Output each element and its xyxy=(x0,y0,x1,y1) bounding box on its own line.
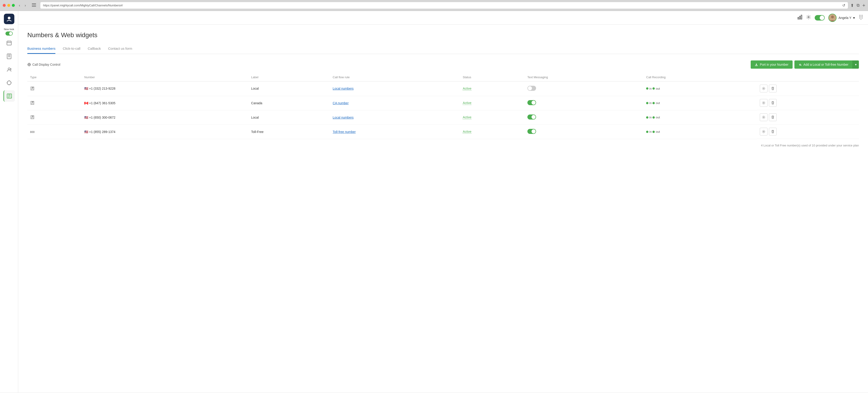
call-flow-link[interactable]: CA number xyxy=(333,101,348,105)
svg-rect-41 xyxy=(33,102,33,102)
svg-point-24 xyxy=(859,18,860,18)
user-info[interactable]: Angela Y ▾ xyxy=(828,14,855,22)
flag-icon: 🇺🇸 xyxy=(84,87,88,90)
building-icon xyxy=(30,101,35,105)
user-avatar xyxy=(828,14,837,22)
port-in-button[interactable]: Port in your Number xyxy=(751,60,793,69)
svg-point-26 xyxy=(862,18,863,18)
reload-button[interactable]: ↺ xyxy=(842,3,845,7)
out-label: out xyxy=(656,87,660,90)
status-badge: Active xyxy=(463,130,471,134)
table-row: 🇺🇸 +1 (650) 300-0672LocalLocal numbersAc… xyxy=(27,110,859,124)
delete-row-button[interactable] xyxy=(769,128,777,136)
cell-type: 800 xyxy=(27,124,82,139)
delete-row-button[interactable] xyxy=(769,113,777,121)
tab-business-numbers[interactable]: Business numbers xyxy=(27,44,55,54)
sidebar-item-widgets[interactable] xyxy=(3,77,15,88)
sidebar-toggle-button[interactable] xyxy=(30,2,38,8)
cell-call-recording: in out xyxy=(643,110,757,124)
new-look-toggle[interactable] xyxy=(5,31,13,35)
browser-chrome: ‹ › https://panel.mightycall.com/MightyC… xyxy=(0,0,868,11)
col-call-flow: Call flow rule xyxy=(330,73,460,81)
new-tab-button[interactable]: + xyxy=(862,2,865,8)
cell-label: Local xyxy=(248,110,330,124)
svg-point-16 xyxy=(808,17,809,18)
svg-point-3 xyxy=(8,17,10,19)
forward-button[interactable]: › xyxy=(23,2,28,8)
svg-point-17 xyxy=(831,16,834,18)
text-messaging-toggle[interactable] xyxy=(527,100,536,105)
close-button[interactable] xyxy=(3,4,6,7)
recording-out: out xyxy=(652,87,660,90)
cell-number: 🇺🇸 +1 (332) 213-9228 xyxy=(82,81,248,96)
top-navbar: Angela Y ▾ xyxy=(18,11,868,25)
out-label: out xyxy=(656,116,660,119)
tab-callback[interactable]: Callback xyxy=(88,44,101,54)
keypad-button[interactable] xyxy=(859,15,863,21)
cell-status: Active xyxy=(460,81,524,96)
recording-out: out xyxy=(652,130,660,134)
settings-button[interactable] xyxy=(806,15,811,21)
nav-buttons: ‹ › xyxy=(17,2,28,8)
recording-in: in xyxy=(646,130,652,134)
call-flow-link[interactable]: Toll-free number xyxy=(333,130,355,134)
phone-number: +1 (855) 289-1374 xyxy=(89,130,116,134)
sidebar-item-calls[interactable] xyxy=(3,37,15,49)
svg-rect-14 xyxy=(799,16,800,19)
cell-number: 🇨🇦 +1 (647) 361-5305 xyxy=(82,96,248,110)
svg-point-27 xyxy=(861,19,861,20)
sidebar-item-numbers[interactable]: # xyxy=(3,90,15,102)
delete-row-button[interactable] xyxy=(769,85,777,92)
text-messaging-toggle[interactable] xyxy=(527,114,536,119)
tabs: Business numbers Click-to-call Callback … xyxy=(27,44,859,54)
recording-indicators: in out xyxy=(646,130,754,134)
call-display-control[interactable]: Call Display Control xyxy=(27,63,60,66)
cell-status: Active xyxy=(460,124,524,139)
svg-rect-4 xyxy=(7,41,11,45)
browser-actions: ⬆ ⧉ + xyxy=(850,2,865,8)
minimize-button[interactable] xyxy=(7,4,10,7)
svg-point-47 xyxy=(763,131,764,132)
add-number-button[interactable]: Add a Local or Toll-free Number xyxy=(795,60,852,69)
delete-row-button[interactable] xyxy=(769,99,777,107)
sidebar-item-support[interactable] xyxy=(3,64,15,75)
call-flow-link[interactable]: Local numbers xyxy=(333,87,353,90)
tab-overview-button[interactable]: ⧉ xyxy=(857,3,860,8)
svg-point-46 xyxy=(763,117,764,118)
svg-rect-44 xyxy=(32,116,32,117)
analytics-button[interactable] xyxy=(797,15,802,21)
in-label: in xyxy=(649,101,652,105)
page-title: Numbers & Web widgets xyxy=(27,31,859,39)
maximize-button[interactable] xyxy=(12,4,15,7)
cell-call-flow: Local numbers xyxy=(330,81,460,96)
text-messaging-toggle[interactable] xyxy=(527,129,536,134)
phone-number: +1 (647) 361-5305 xyxy=(89,101,116,105)
actions-bar: Call Display Control Port in your Number xyxy=(27,60,859,69)
dot-out-icon xyxy=(652,87,655,90)
share-button[interactable]: ⬆ xyxy=(850,3,854,8)
tab-click-to-call[interactable]: Click-to-call xyxy=(63,44,81,54)
number-label: Local xyxy=(251,87,258,90)
settings-row-button[interactable] xyxy=(760,128,768,136)
sidebar-item-contacts[interactable] xyxy=(3,51,15,62)
call-display-label: Call Display Control xyxy=(32,63,60,66)
type-800: 800 xyxy=(30,131,35,134)
settings-row-button[interactable] xyxy=(760,85,768,92)
text-messaging-toggle[interactable] xyxy=(527,86,536,91)
in-label: in xyxy=(649,130,652,134)
add-number-dropdown-button[interactable]: ▾ xyxy=(852,60,859,69)
status-badge: Active xyxy=(463,115,471,119)
table-body: 🇺🇸 +1 (332) 213-9228LocalLocal numbersAc… xyxy=(27,81,859,139)
url-bar[interactable]: https://panel.mightycall.com/MightyCall/… xyxy=(40,2,848,9)
cell-type xyxy=(27,81,82,96)
call-flow-link[interactable]: Local numbers xyxy=(333,116,353,119)
settings-row-button[interactable] xyxy=(760,113,768,121)
settings-row-button[interactable] xyxy=(760,99,768,107)
status-toggle[interactable] xyxy=(815,15,825,21)
phone-number: +1 (650) 300-0672 xyxy=(89,116,116,119)
tab-contact-us-form[interactable]: Contact us form xyxy=(108,44,132,54)
back-button[interactable]: ‹ xyxy=(17,2,22,8)
add-number-button-group: Add a Local or Toll-free Number ▾ xyxy=(795,60,859,69)
flag-icon: 🇺🇸 xyxy=(84,130,88,134)
phone-number: +1 (332) 213-9228 xyxy=(89,87,116,90)
